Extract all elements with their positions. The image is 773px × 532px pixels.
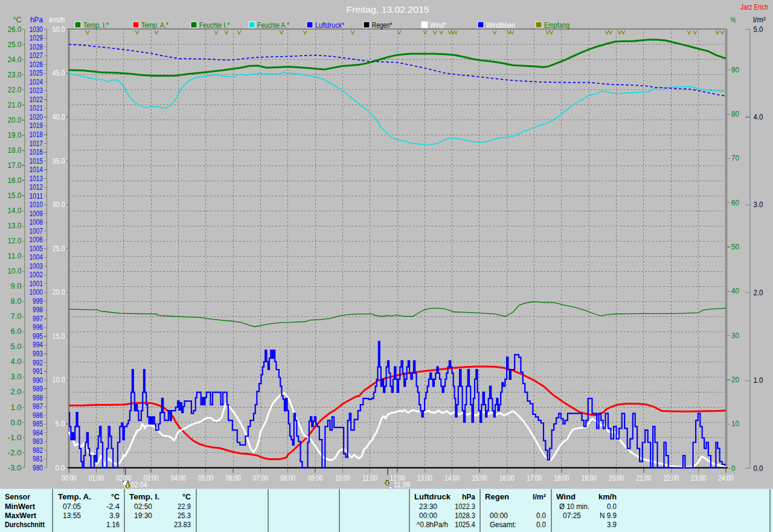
svg-text:1025.4: 1025.4 [455,520,475,529]
svg-text:18:00: 18:00 [554,473,569,482]
svg-text:Empfang: Empfang [544,21,569,30]
svg-text:Temp. I.*: Temp. I.* [83,21,109,30]
svg-text:07:25: 07:25 [563,511,581,520]
svg-text:Luftdruck*: Luftdruck* [315,21,344,30]
svg-text:23:30: 23:30 [419,502,437,511]
svg-text:4.0: 4.0 [11,357,22,366]
svg-text:993: 993 [33,349,43,358]
svg-text:4.0: 4.0 [754,112,763,121]
svg-text:0.0: 0.0 [11,418,22,427]
svg-text:Regen: Regen [485,492,509,501]
svg-text:990: 990 [33,376,43,385]
svg-text:1009: 1009 [30,209,43,218]
svg-text:Feuchte I.*: Feuchte I.* [199,21,229,30]
svg-text:22.0: 22.0 [8,85,22,94]
svg-text:983: 983 [33,437,43,446]
svg-text:1013: 1013 [30,174,43,183]
svg-text:23.0: 23.0 [8,70,22,79]
svg-text:35.0: 35.0 [53,156,65,165]
svg-text:^0.8hPa/h: ^0.8hPa/h [417,520,448,529]
svg-text:Durchschnitt: Durchschnitt [5,520,45,529]
svg-text:1004: 1004 [30,252,43,261]
svg-text:1003: 1003 [30,261,43,271]
svg-text:0.0: 0.0 [754,464,763,473]
svg-text:13:00: 13:00 [417,473,432,482]
svg-text:1012: 1012 [30,182,43,191]
svg-text:1029: 1029 [30,33,43,42]
svg-text:30.0: 30.0 [53,200,65,209]
svg-text:1000: 1000 [30,287,43,296]
svg-text:2.0: 2.0 [754,288,763,297]
svg-text:km/h: km/h [50,15,65,24]
svg-text:00:00: 00:00 [490,511,508,520]
svg-text:988: 988 [33,393,43,402]
svg-text:23:00: 23:00 [691,473,706,482]
svg-text:1028: 1028 [30,42,43,51]
svg-text:12.0: 12.0 [8,236,22,245]
svg-text:987: 987 [33,402,43,411]
svg-text:17.0: 17.0 [8,161,22,170]
svg-text:Sensor: Sensor [5,492,30,501]
svg-text:1006: 1006 [30,235,43,244]
svg-text:7.0: 7.0 [11,312,22,321]
svg-text:25.0: 25.0 [53,244,65,253]
svg-text:19.0: 19.0 [8,130,22,139]
svg-text:20: 20 [731,375,739,384]
svg-text:1024: 1024 [30,77,43,86]
svg-text:1022: 1022 [30,95,43,104]
svg-text:995: 995 [33,332,43,341]
svg-text:1026: 1026 [30,60,43,69]
svg-text:21.0: 21.0 [8,100,22,109]
svg-text:1030: 1030 [30,25,43,34]
svg-text:°C: °C [182,492,191,501]
svg-text:1002: 1002 [30,270,43,279]
svg-text:02:50: 02:50 [134,502,152,511]
svg-text:1016: 1016 [30,147,43,156]
svg-text:21:00: 21:00 [636,473,651,482]
svg-text:l/m²: l/m² [533,492,547,501]
svg-text:Temp. A.*: Temp. A.* [141,21,168,30]
svg-text:MinWert: MinWert [5,502,36,511]
svg-text:23.83: 23.83 [174,520,191,529]
svg-text:10: 10 [731,419,739,428]
svg-text:1019: 1019 [30,121,43,130]
svg-text:982: 982 [33,446,43,455]
svg-text:984: 984 [33,428,43,437]
svg-text:05:00: 05:00 [198,473,213,482]
svg-text:11.0: 11.0 [8,251,22,260]
svg-text:06:00: 06:00 [226,473,241,482]
svg-text:981: 981 [33,454,43,463]
svg-text:0: 0 [731,464,736,473]
svg-text:1007: 1007 [30,226,43,236]
svg-text:90: 90 [731,65,739,74]
svg-text:3.0: 3.0 [754,200,763,209]
svg-text:1.0: 1.0 [11,403,22,412]
svg-text:0.0: 0.0 [56,463,65,472]
svg-text:07:00: 07:00 [253,473,268,482]
svg-text:-2.0: -2.0 [8,448,22,457]
svg-text:24:00: 24:00 [718,473,733,482]
svg-text:3.9: 3.9 [607,520,617,529]
svg-text:3.0: 3.0 [11,372,22,381]
svg-text:0.0: 0.0 [536,520,546,529]
svg-text:985: 985 [33,419,43,428]
svg-text:Jarz Erich: Jarz Erich [740,3,768,11]
svg-text:70: 70 [731,153,739,162]
svg-text:991: 991 [33,367,43,376]
svg-text:16.0: 16.0 [8,176,22,185]
svg-text:-3.0: -3.0 [8,463,22,472]
svg-text:°C: °C [13,15,22,24]
svg-text:60: 60 [731,198,739,207]
svg-text:10.0: 10.0 [8,266,22,275]
svg-text:80: 80 [731,109,739,118]
svg-text:Ø 10 min.: Ø 10 min. [559,502,589,511]
svg-text:14.0: 14.0 [8,206,22,215]
svg-text:15.0: 15.0 [8,191,22,200]
svg-text:999: 999 [33,296,43,306]
svg-text:Windböen: Windböen [486,21,515,30]
svg-text:10.0: 10.0 [53,375,65,384]
svg-text:MaxWert: MaxWert [5,511,37,520]
svg-text:1005: 1005 [30,244,43,253]
svg-text:13:55: 13:55 [63,511,81,520]
svg-text:04:00: 04:00 [171,473,186,482]
